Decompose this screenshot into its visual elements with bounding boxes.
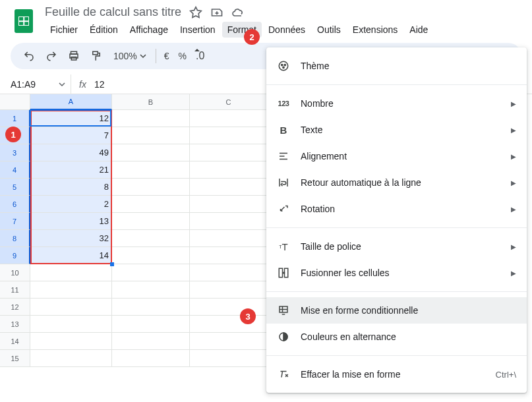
cell-B2[interactable] <box>112 127 190 144</box>
cell-A6[interactable]: 2 <box>30 196 112 213</box>
cell-A7[interactable]: 13 <box>30 213 112 230</box>
cell-A2[interactable]: 7 <box>30 127 112 144</box>
menu-extensions[interactable]: Extensions <box>347 22 403 38</box>
percent-button[interactable]: % <box>175 51 191 61</box>
cell-C6[interactable] <box>190 196 268 213</box>
cell-B8[interactable] <box>112 230 190 247</box>
row-header-12[interactable]: 12 <box>0 299 30 316</box>
cell-C14[interactable] <box>190 333 268 350</box>
row-header-5[interactable]: 5 <box>0 179 30 196</box>
column-header-C[interactable]: C <box>190 94 268 110</box>
menu-fichier[interactable]: Fichier <box>45 22 83 38</box>
menu-item-mise-en-forme-conditionnelle[interactable]: Mise en forme conditionnelle <box>266 297 527 324</box>
print-button[interactable] <box>63 45 84 67</box>
row-header-1[interactable]: 1 <box>0 110 30 127</box>
row-header-11[interactable]: 11 <box>0 281 30 299</box>
cell-B1[interactable] <box>112 110 190 127</box>
select-all-corner[interactable] <box>0 94 30 110</box>
paint-format-button[interactable] <box>86 45 107 67</box>
name-box[interactable]: A1:A9 <box>0 74 71 94</box>
cell-A10[interactable] <box>30 264 112 281</box>
cell-C10[interactable] <box>190 264 268 281</box>
cell-A9[interactable]: 14 <box>30 247 112 264</box>
menu-item-nombre[interactable]: 123Nombre▶ <box>266 90 527 117</box>
decrease-decimal-button[interactable]: .0 <box>192 50 208 62</box>
cell-C11[interactable] <box>190 281 268 299</box>
cell-C3[interactable] <box>190 144 268 161</box>
menu-affichage[interactable]: Affichage <box>125 22 173 38</box>
cell-B6[interactable] <box>112 196 190 213</box>
cell-C1[interactable] <box>190 110 268 127</box>
row-header-9[interactable]: 9 <box>0 247 30 264</box>
undo-button[interactable] <box>18 45 40 67</box>
cell-B10[interactable] <box>112 264 190 281</box>
cell-C5[interactable] <box>190 179 268 196</box>
row-header-8[interactable]: 8 <box>0 230 30 247</box>
move-icon[interactable] <box>210 6 223 19</box>
cell-C9[interactable] <box>190 247 268 264</box>
menu-item-couleurs-en-alternance[interactable]: Couleurs en alternance <box>266 324 527 350</box>
row-header-7[interactable]: 7 <box>0 213 30 230</box>
cell-A3[interactable]: 49 <box>30 144 112 161</box>
cell-C7[interactable] <box>190 213 268 230</box>
cell-C12[interactable] <box>190 299 268 316</box>
menu-item-texte[interactable]: BTexte▶ <box>266 117 527 143</box>
cell-B15[interactable] <box>112 350 190 367</box>
sheets-logo[interactable] <box>11 8 37 34</box>
menu-item-alignement[interactable]: Alignement▶ <box>266 143 527 169</box>
fx-label: fx <box>71 79 94 90</box>
cell-B4[interactable] <box>112 161 190 179</box>
star-icon[interactable] <box>189 6 202 19</box>
cell-C15[interactable] <box>190 350 268 367</box>
column-header-B[interactable]: B <box>112 94 190 110</box>
menu-item-fusionner-les-cellules[interactable]: Fusionner les cellules▶ <box>266 260 527 286</box>
menu-item-rotation[interactable]: Rotation▶ <box>266 196 527 222</box>
menu-outils[interactable]: Outils <box>312 22 346 38</box>
menu-item-effacer-la-mise-en-forme[interactable]: Effacer la mise en formeCtrl+\ <box>266 361 527 388</box>
cell-B5[interactable] <box>112 179 190 196</box>
cell-A15[interactable] <box>30 350 112 367</box>
currency-button[interactable]: € <box>160 51 173 61</box>
formula-bar-value[interactable]: 12 <box>94 79 105 90</box>
cell-B11[interactable] <box>112 281 190 299</box>
cell-A12[interactable] <box>30 299 112 316</box>
menu-edition[interactable]: Édition <box>84 22 123 38</box>
menu-insertion[interactable]: Insertion <box>175 22 221 38</box>
cloud-icon[interactable] <box>231 6 245 19</box>
cell-A13[interactable] <box>30 316 112 333</box>
menu-donnees[interactable]: Données <box>263 22 310 38</box>
row-header-13[interactable]: 13 <box>0 316 30 333</box>
cell-C2[interactable] <box>190 127 268 144</box>
cell-B13[interactable] <box>112 316 190 333</box>
menu-item-theme[interactable]: Thème <box>266 53 527 79</box>
column-header-A[interactable]: A <box>30 94 112 110</box>
document-title[interactable]: Feuille de calcul sans titre <box>45 5 181 19</box>
cell-B9[interactable] <box>112 247 190 264</box>
cell-B3[interactable] <box>112 144 190 161</box>
cell-A4[interactable]: 21 <box>30 161 112 179</box>
menu-item-retour-automatique-a-la-ligne[interactable]: Retour automatique à la ligne▶ <box>266 169 527 196</box>
fill-handle[interactable] <box>110 262 114 266</box>
row-header-4[interactable]: 4 <box>0 161 30 179</box>
cell-B14[interactable] <box>112 333 190 350</box>
cell-A14[interactable] <box>30 333 112 350</box>
menu-item-taille-de-police[interactable]: тTTaille de police▶ <box>266 233 527 260</box>
row-header-10[interactable]: 10 <box>0 264 30 281</box>
cell-A8[interactable]: 32 <box>30 230 112 247</box>
cell-B12[interactable] <box>112 299 190 316</box>
cell-A1[interactable]: 12 <box>30 110 112 127</box>
zoom-select[interactable]: 100% <box>108 51 152 61</box>
bold-icon: B <box>277 123 290 136</box>
row-header-14[interactable]: 14 <box>0 333 30 350</box>
cell-A5[interactable]: 8 <box>30 179 112 196</box>
menu-aide[interactable]: Aide <box>404 22 433 38</box>
row-header-15[interactable]: 15 <box>0 350 30 367</box>
cell-C8[interactable] <box>190 230 268 247</box>
redo-button[interactable] <box>41 45 62 67</box>
cell-C13[interactable] <box>190 316 268 333</box>
cell-C4[interactable] <box>190 161 268 179</box>
cell-A11[interactable] <box>30 281 112 299</box>
row-header-6[interactable]: 6 <box>0 196 30 213</box>
cell-B7[interactable] <box>112 213 190 230</box>
row-header-3[interactable]: 3 <box>0 144 30 161</box>
